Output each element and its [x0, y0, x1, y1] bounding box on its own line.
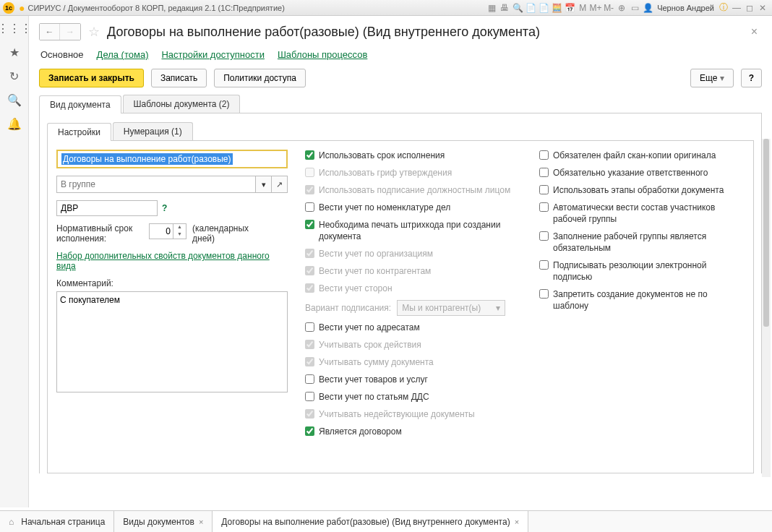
tab-home[interactable]: Начальная страница [0, 511, 114, 532]
name-field[interactable]: Договоры на выполнение работ(разовые) [56, 150, 288, 168]
page-fav-icon[interactable]: ☆ [88, 24, 100, 40]
bell-icon[interactable]: 🔔 [7, 117, 22, 131]
page-title: Договоры на выполнение работ(разовые) (В… [107, 25, 747, 40]
chk-dds[interactable]: Вести учет по статьям ДДС [305, 391, 522, 403]
chk-forbid-no-template[interactable]: Запретить создание документов не по шабл… [539, 288, 742, 312]
back-button[interactable]: ← [40, 24, 60, 40]
command-bar: Записать и закрыть Записать Политики дос… [39, 69, 762, 87]
tab-doc-types[interactable]: Виды документов× [114, 511, 213, 532]
group-field: ▾ ↗ [56, 176, 288, 193]
chk-use-stages[interactable]: Использовать этапы обработки документа [539, 184, 742, 196]
forward-button[interactable]: → [60, 24, 80, 40]
user-name[interactable]: Чернов Андрей [657, 4, 714, 12]
print-icon[interactable]: 🖶 [498, 3, 511, 13]
group-dropdown-button[interactable]: ▾ [256, 176, 272, 193]
norm-value-input[interactable] [150, 224, 173, 239]
chk-responsible-required[interactable]: Обязательно указание ответственного [539, 167, 742, 179]
close-icon[interactable]: × [515, 518, 519, 526]
norm-units: (календарных дней) [192, 223, 257, 244]
left-sidebar: ⋮⋮⋮ ★ ↻ 🔍 🔔 [0, 16, 29, 507]
tab-numbering[interactable]: Нумерация (1) [113, 122, 193, 140]
min-icon[interactable]: — [730, 3, 743, 13]
tab-settings[interactable]: Настройки [47, 123, 111, 141]
norm-spinner[interactable]: ▲▼ [149, 223, 186, 239]
help-button[interactable]: ? [741, 69, 762, 87]
close-icon[interactable]: ✕ [756, 3, 769, 13]
chk-nomenclature[interactable]: Вести учет по номенклатуре дел [305, 202, 522, 213]
max-icon[interactable]: ◻ [743, 3, 756, 13]
tab-doc-type[interactable]: Вид документа [39, 95, 121, 113]
menu-icon[interactable]: ⋮⋮⋮ [0, 22, 32, 35]
chk-use-deadline[interactable]: Использовать срок исполнения [305, 150, 522, 161]
scrollbar-thumb[interactable] [763, 139, 769, 327]
star-icon[interactable]: ★ [9, 46, 20, 59]
tabs-level1: Вид документа Шаблоны документа (2) [39, 95, 762, 113]
code-input[interactable] [56, 200, 158, 216]
norm-label: Нормативный срок исполнения: [56, 223, 143, 244]
policies-button[interactable]: Политики доступа [214, 69, 306, 87]
spin-up[interactable]: ▲ [173, 224, 186, 231]
search2-icon[interactable]: 🔍 [7, 93, 22, 107]
chk-by-org: Вести учет по организациям [305, 248, 522, 259]
nav-buttons: ← → [39, 23, 81, 40]
spin-down[interactable]: ▼ [173, 231, 186, 239]
page-close-button[interactable]: × [747, 25, 762, 38]
subnav-access[interactable]: Настройки доступности [161, 49, 264, 61]
close-icon[interactable]: × [199, 518, 203, 526]
toolbar-icon[interactable]: ▦ [485, 3, 498, 13]
sign-variant-select: Мы и контрагент(ы)▾ [397, 300, 505, 316]
mminus-icon[interactable]: M- [602, 3, 615, 13]
chk-barcode[interactable]: Необходима печать штрихкода при создании… [305, 219, 522, 242]
chk-auto-workgroup[interactable]: Автоматически вести состав участников ра… [539, 202, 742, 225]
save-button[interactable]: Записать [151, 69, 207, 87]
chk-inactive-docs: Учитывать недействующие документы [305, 408, 522, 420]
chk-use-sign-official: Использовать подписание должностным лицо… [305, 184, 522, 196]
app-icon: 1c [3, 2, 14, 14]
comment-textarea[interactable]: С покупателем [56, 291, 288, 392]
chk-by-counterparty: Вести учет по контрагентам [305, 265, 522, 277]
tabs-level2: Настройки Нумерация (1) [47, 122, 754, 141]
mplus-icon[interactable]: M+ [589, 3, 602, 13]
titlebar: 1c ● СИРИУС / Документооборот 8 КОРП, ре… [0, 0, 772, 16]
m-icon[interactable]: M [576, 3, 589, 13]
sub-nav: Основное Дела (тома) Настройки доступнос… [39, 46, 762, 69]
save-close-button[interactable]: Записать и закрыть [39, 69, 144, 87]
bottom-tabs: Начальная страница Виды документов× Дого… [0, 510, 772, 532]
book-icon[interactable]: ▭ [628, 3, 641, 13]
chk-by-addressee[interactable]: Вести учет по адресатам [305, 322, 522, 333]
code-help-icon[interactable]: ? [162, 203, 167, 213]
doc2-icon[interactable]: 📄 [537, 3, 550, 13]
calc-icon[interactable]: 🧮 [550, 3, 563, 13]
more-button[interactable]: Еще [690, 69, 734, 87]
info-icon[interactable]: ⓘ [717, 1, 730, 14]
vertical-scrollbar[interactable] [762, 139, 771, 477]
subnav-templates[interactable]: Шаблоны процессов [278, 49, 367, 61]
chk-parties: Вести учет сторон [305, 283, 522, 294]
chk-sign-resolutions[interactable]: Подписывать резолюции электронной подпис… [539, 259, 742, 283]
zoom-icon[interactable]: ⊕ [615, 3, 628, 13]
app-title: СИРИУС / Документооборот 8 КОРП, редакци… [27, 4, 284, 12]
group-input[interactable] [56, 176, 256, 193]
chk-is-contract[interactable]: Является договором [305, 426, 522, 437]
group-open-button[interactable]: ↗ [272, 176, 288, 193]
sign-variant-row: Вариант подписания: Мы и контрагент(ы)▾ [305, 300, 522, 316]
subnav-main[interactable]: Основное [40, 49, 84, 61]
history-icon[interactable]: ↻ [9, 69, 19, 83]
chk-workgroup-required[interactable]: Заполнение рабочей группы является обяза… [539, 231, 742, 254]
subnav-cases[interactable]: Дела (тома) [97, 49, 149, 61]
comment-label: Комментарий: [56, 278, 288, 288]
tab-current[interactable]: Договоры на выполнение работ(разовые) (В… [213, 511, 528, 532]
chk-goods[interactable]: Вести учет товаров и услуг [305, 374, 522, 385]
chk-sum: Учитывать сумму документа [305, 356, 522, 368]
user-icon: 👤 [641, 3, 654, 13]
search-icon[interactable]: 🔍 [511, 3, 524, 13]
chk-use-stamp: Использовать гриф утверждения [305, 167, 522, 179]
fav-icon[interactable]: ● [19, 2, 25, 14]
chk-validity: Учитывать срок действия [305, 339, 522, 351]
cal-icon[interactable]: 📅 [563, 3, 576, 13]
extra-props-link[interactable]: Набор дополнительных свойств документов … [56, 251, 288, 271]
tab-doc-templates[interactable]: Шаблоны документа (2) [123, 95, 241, 113]
settings-panel: Договоры на выполнение работ(разовые) ▾ … [47, 141, 754, 473]
chk-scan-required[interactable]: Обязателен файл скан-копии оригинала [539, 150, 742, 161]
doc-icon[interactable]: 📄 [524, 3, 537, 13]
